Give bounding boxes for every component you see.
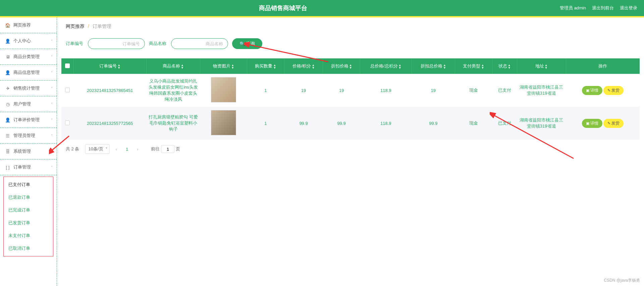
next-page-button[interactable]: › [135, 146, 140, 152]
sidebar-item-recommend[interactable]: 🏠 网页推荐 [0, 17, 57, 33]
sidebar-item-label: 用户管理 [13, 101, 31, 107]
order-no-input[interactable] [88, 38, 145, 49]
breadcrumb-root[interactable]: 网页推荐 [66, 23, 85, 29]
prev-page-button[interactable]: ‹ [114, 146, 119, 152]
th-total[interactable]: 总价格/总积分▲▼ [360, 58, 412, 74]
pager-total: 共 2 条 [66, 146, 79, 152]
breadcrumb-sep: / [88, 23, 89, 29]
sidebar-item-system[interactable]: 🗄 系统管理 ˅ [0, 144, 57, 159]
sidebar-item-category[interactable]: 🖥 商品分类管理 ˅ [0, 49, 57, 65]
row-checkbox[interactable] [65, 121, 70, 125]
sort-icon: ▲▼ [117, 64, 120, 69]
ship-button[interactable]: ✎发货 [603, 119, 624, 128]
page-size-select[interactable]: 10条/页 [85, 144, 109, 154]
submenu-paid[interactable]: 已支付订单 [4, 178, 53, 191]
monitor-icon: 🖥 [5, 54, 10, 59]
sidebar-item-label: 商品分类管理 [13, 54, 40, 60]
th-order-no[interactable]: 订单编号▲▼ [73, 58, 146, 74]
table-row: 2023214813257865451 义乌小商品批发城简约扎头发橡皮筋女网红i… [61, 74, 640, 107]
chevron-down-icon: ˅ [51, 150, 53, 153]
sidebar-item-label: 销售统计管理 [13, 85, 40, 91]
detail-icon: ▣ [586, 121, 589, 126]
th-discount-total[interactable]: 折扣总价格▲▼ [412, 58, 455, 74]
page-number[interactable]: 1 [123, 146, 131, 152]
detail-button[interactable]: ▣详情 [582, 119, 602, 128]
sidebar: 🏠 网页推荐 👤 个人中心 ˅ 🖥 商品分类管理 ˅ 👤 商品信息管理 ˅ ✈ … [0, 17, 57, 286]
logout-link[interactable]: 退出登录 [620, 5, 637, 11]
orders-table: 订单编号▲▼ 商品名称▲▼ 物资图片▲▼ 购买数量▲▼ 价格/积分▲▼ 折扣价格… [61, 58, 640, 140]
cell-pay-type: 现金 [455, 107, 492, 140]
to-front-link[interactable]: 退出到前台 [592, 5, 614, 11]
cell-pay-type: 现金 [455, 74, 492, 107]
submenu-shipped[interactable]: 已发货订单 [4, 217, 53, 229]
cell-address: 湖南省益阳市桃江县三堂街镇319省道 [517, 107, 566, 140]
list-icon: ☰ [5, 133, 10, 138]
cell-qty: 1 [247, 74, 284, 107]
cell-discount-total: 99.9 [412, 107, 455, 140]
cell-name: 义乌小商品批发城简约扎头发橡皮筋女网红ins头发绳韩国森系发圈小皮套头绳冷淡风 [146, 74, 200, 107]
sidebar-item-users[interactable]: ◷ 用户管理 ˅ [0, 96, 57, 112]
chevron-down-icon: ˅ [51, 71, 53, 75]
brackets-icon: [ ] [5, 165, 10, 170]
sort-icon: ▲▼ [508, 64, 511, 69]
product-name-input[interactable] [171, 38, 228, 49]
search-bar: 订单编号 🔍 商品名称 🔍 🔍 查询 [57, 34, 644, 58]
detail-button[interactable]: ▣详情 [582, 86, 602, 95]
db-icon: 🗄 [5, 149, 10, 154]
query-button[interactable]: 🔍 查询 [232, 38, 262, 49]
user-icon: 👤 [5, 39, 10, 43]
user-minus-icon: 👤 [5, 117, 10, 122]
detail-icon: ▣ [586, 88, 589, 93]
edit-icon: ✎ [607, 121, 610, 126]
cell-name: 打孔厨房墙壁粘胶勾 可爱毛巾钥匙免钉浴室塑料小钩子 [146, 107, 200, 140]
sort-icon: ▲▼ [312, 64, 315, 69]
admin-label[interactable]: 管理员 admin [560, 5, 586, 11]
goto-page-input[interactable] [161, 145, 174, 153]
cell-order-no: 2023214813255772565 [73, 107, 146, 140]
sidebar-item-admins[interactable]: ☰ 管理员管理 ˅ [0, 128, 57, 144]
submenu-completed[interactable]: 已完成订单 [4, 204, 53, 217]
row-checkbox[interactable] [65, 88, 70, 92]
submenu-refunded[interactable]: 已退款订单 [4, 191, 53, 204]
th-status[interactable]: 状态▲▼ [492, 58, 517, 74]
edit-icon: ✎ [607, 88, 610, 93]
th-address[interactable]: 地址▲▼ [517, 58, 566, 74]
chevron-down-icon: ˅ [51, 134, 53, 138]
th-qty[interactable]: 购买数量▲▼ [247, 58, 284, 74]
sort-icon: ▲▼ [181, 64, 184, 69]
select-all-checkbox[interactable] [65, 63, 70, 68]
th-discount[interactable]: 折扣价格▲▼ [323, 58, 360, 74]
cell-status: 已支付 [492, 74, 517, 107]
header-actions: 管理员 admin 退出到前台 退出登录 [560, 5, 637, 11]
th-pay-type[interactable]: 支付类型▲▼ [455, 58, 492, 74]
sidebar-item-profile[interactable]: 👤 个人中心 ˅ [0, 33, 57, 49]
ship-button[interactable]: ✎发货 [603, 86, 624, 95]
submenu-unpaid[interactable]: 未支付订单 [4, 229, 53, 242]
sidebar-item-label: 系统管理 [13, 148, 31, 154]
cell-order-no: 2023214813257865451 [73, 74, 146, 107]
sidebar-item-stats[interactable]: ✈ 销售统计管理 ˅ [0, 81, 57, 96]
orders-submenu: 已支付订单 已退款订单 已完成订单 已发货订单 未支付订单 已取消订单 [3, 177, 53, 256]
sidebar-item-orders[interactable]: [ ] 订单管理 ˅ [0, 159, 57, 175]
cell-qty: 1 [247, 107, 284, 140]
cell-price: 99.9 [284, 107, 323, 140]
sidebar-item-label: 商品信息管理 [13, 69, 40, 76]
sort-icon: ▲▼ [545, 64, 548, 69]
cell-total: 118.9 [360, 107, 412, 140]
chevron-down-icon: ˅ [51, 165, 53, 169]
search-icon: 🔍 [239, 41, 245, 46]
th-name[interactable]: 商品名称▲▼ [146, 58, 200, 74]
sidebar-item-label: 订单管理 [13, 164, 31, 170]
cell-discount: 19 [323, 74, 360, 107]
sidebar-item-label: 个人中心 [13, 38, 31, 44]
chevron-down-icon: ˅ [51, 102, 53, 106]
sidebar-item-reviews[interactable]: 👤 订单评价管理 ˅ [0, 112, 57, 128]
th-price[interactable]: 价格/积分▲▼ [284, 58, 323, 74]
cell-price: 19 [284, 74, 323, 107]
submenu-cancelled[interactable]: 已取消订单 [4, 242, 53, 255]
cell-discount: 99.9 [323, 107, 360, 140]
chevron-down-icon: ˅ [51, 118, 53, 122]
sidebar-item-product-info[interactable]: 👤 商品信息管理 ˅ [0, 65, 57, 81]
breadcrumb-current: 订单管理 [93, 23, 111, 29]
th-image[interactable]: 物资图片▲▼ [200, 58, 247, 74]
